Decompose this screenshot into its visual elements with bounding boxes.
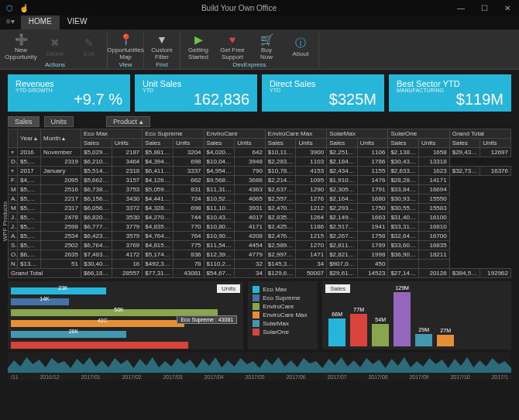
ribbon-buy-now[interactable]: 🛒BuyNow <box>251 33 282 60</box>
legend-solarone[interactable]: SolarOne <box>253 329 313 336</box>
hand-icon[interactable]: ☝ <box>19 4 29 12</box>
timeline-tick: 2017/09 <box>409 374 428 380</box>
sales-bar-chart[interactable]: Sales 66M77M54M129M29M27M <box>322 281 511 349</box>
legend-solarmax[interactable]: SolarMax <box>253 320 313 327</box>
units-bar-solarone[interactable] <box>11 342 188 349</box>
timeline-tick: 2017/10 <box>450 374 469 380</box>
sales-bar-solarmax[interactable] <box>415 334 432 346</box>
ribbon-get-free-support[interactable]: ♥Get FreeSupport <box>217 33 248 60</box>
kpi-best-sector-ytd[interactable]: Best Sector YTDMANUFACTURING$119M <box>389 74 511 112</box>
ribbon-delete: ✖Delete <box>40 33 70 60</box>
close-button[interactable]: ✕ <box>496 4 519 12</box>
sales-bar-envirocare-max[interactable] <box>394 292 411 346</box>
tab-view[interactable]: VIEW <box>60 15 95 29</box>
sales-bar-envirocare[interactable] <box>372 324 389 346</box>
timeline-tick: 2017/05 <box>245 374 264 380</box>
sales-bar-eco-max[interactable] <box>328 318 345 346</box>
timeline-tick: 2017/08 <box>368 374 387 380</box>
tab-home[interactable]: HOME <box>21 15 60 29</box>
ribbon: ➕NewOpportunity✖Delete✎EditActions📍Oppor… <box>0 29 519 70</box>
kpi-direct-sales[interactable]: Direct SalesYTD$325M <box>262 74 384 112</box>
pivot-controls: Sales Units Product ▴ <box>8 116 511 127</box>
legend-eco-supreme[interactable]: Eco Supreme <box>253 294 313 301</box>
kpi-revenues[interactable]: RevenuesYTD GROWTH+9.7 % <box>8 74 130 112</box>
maximize-button[interactable]: ☐ <box>473 4 496 12</box>
field-product[interactable]: Product ▴ <box>106 116 150 127</box>
app-menu-icon[interactable]: ≡▾ <box>0 15 21 29</box>
tab-sales[interactable]: Sales <box>8 116 40 127</box>
window-title: Build Your Own Office <box>29 4 449 12</box>
sidebar-label[interactable]: WPF Products <box>2 201 9 242</box>
timeline-tick: 2017/01 <box>81 374 100 380</box>
ribbon-edit: ✎Edit <box>74 33 105 60</box>
sales-bar-solarone[interactable] <box>437 335 454 346</box>
chart-tooltip: Eco Supreme : 43081 <box>177 315 237 324</box>
timeline-tick: 2017/04 <box>204 374 223 380</box>
timeline-tick: 2017/06 <box>286 374 305 380</box>
legend-eco-max[interactable]: Eco Max <box>253 286 313 293</box>
pivot-grid[interactable]: Year ▴Month ▴Eco MaxEco SupremeEnviroCar… <box>8 129 511 278</box>
timeline-tick: /11 <box>11 374 19 380</box>
app-icon: ⬡ <box>6 4 13 12</box>
timeline-tick: 2017/02 <box>122 374 141 380</box>
timeline-tick: 2017/03 <box>163 374 182 380</box>
sales-bar-eco-supreme[interactable] <box>350 314 367 346</box>
ribbon-tabs: ≡▾ HOME VIEW <box>0 15 519 29</box>
ribbon-about[interactable]: ⓘAbout <box>285 33 316 60</box>
tab-units[interactable]: Units <box>44 116 74 127</box>
kpi-unit-sales[interactable]: Unit SalesYTD162,836 <box>135 74 257 112</box>
minimize-button[interactable]: — <box>449 4 473 12</box>
ribbon-custom-filter[interactable]: ▼CustomFilter <box>146 33 177 60</box>
titlebar: ⬡ ☝ Build Your Own Office — ☐ ✕ <box>0 0 519 15</box>
sales-chart-label: Sales <box>325 284 350 293</box>
legend-envirocare[interactable]: EnviroCare <box>253 303 313 310</box>
timeline-tick: 2016/12 <box>40 374 59 380</box>
ribbon-getting-started[interactable]: ▶GettingStarted <box>183 33 214 60</box>
timeline-tick: 2017/07 <box>327 374 346 380</box>
ribbon-opportunities-map[interactable]: 📍OpportunitiesMap <box>110 33 141 60</box>
timeline-tick: 2017/1 <box>491 374 507 380</box>
legend-envirocare-max[interactable]: EnviroCare Max <box>253 312 313 318</box>
kpi-row: RevenuesYTD GROWTH+9.7 %Unit SalesYTD162… <box>8 74 511 112</box>
chart-legend: Eco MaxEco SupremeEnviroCareEnviroCare M… <box>248 281 318 349</box>
units-bar-chart[interactable]: Units 23K14K50K42C28KEco Supreme : 43081 <box>8 281 243 349</box>
timeline-chart[interactable]: /112016/122017/012017/022017/032017/0420… <box>8 353 511 380</box>
ribbon-new-opportunity[interactable]: ➕NewOpportunity <box>5 33 36 60</box>
